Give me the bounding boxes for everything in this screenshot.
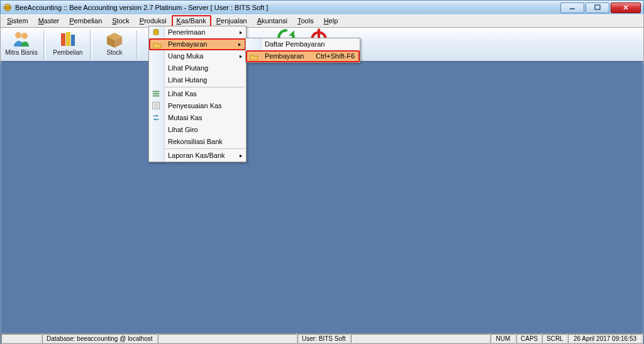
menu-item-uang-muka[interactable]: Uang Muka xyxy=(149,50,246,62)
status-datetime: 26 April 2017 09:16:53 xyxy=(568,334,642,343)
svg-point-3 xyxy=(21,33,28,39)
menu-item-pembayaran[interactable]: Pembayaran xyxy=(149,38,246,50)
sheet-icon xyxy=(152,101,162,111)
menu-item-mutasi-kas[interactable]: Mutasi Kas xyxy=(149,112,246,124)
folder-icon xyxy=(153,41,163,51)
status-spacer xyxy=(351,334,490,343)
submenu-item-daftar-pembayaran[interactable]: Daftar Pembayaran xyxy=(246,38,360,50)
shortcut-label: Ctrl+Shift-F6 xyxy=(316,52,355,61)
minimize-button[interactable] xyxy=(560,3,584,13)
status-caps: CAPS xyxy=(516,334,541,343)
coins-icon xyxy=(152,28,162,38)
menu-master[interactable]: Master xyxy=(33,15,65,27)
submenu-arrow-icon xyxy=(239,150,243,162)
status-spacer xyxy=(158,334,297,343)
toolbar-divider xyxy=(43,30,46,59)
title-bar[interactable]: BeeAccounting :: Bee Accounting version … xyxy=(0,0,644,14)
menu-bar: Sistem Master Pembelian Stock Produksi K… xyxy=(0,14,644,28)
status-bar: Database: beeaccounting @ localhost User… xyxy=(1,333,643,344)
toolbar-divider xyxy=(90,30,92,59)
window-title: BeeAccounting :: Bee Accounting version … xyxy=(15,4,268,11)
folder-icon xyxy=(250,53,260,63)
status-scrl: SCRL xyxy=(542,334,567,343)
svg-rect-1 xyxy=(595,5,600,9)
submenu-item-pembayaran[interactable]: PembayaranCtrl+Shift-F6 xyxy=(246,50,360,62)
status-user: User: BITS Soft xyxy=(297,334,350,343)
menu-separator xyxy=(165,148,245,149)
svg-rect-4 xyxy=(61,33,65,46)
menu-item-penyesuaian-kas[interactable]: Penyesuaian Kas xyxy=(149,100,246,112)
books-icon xyxy=(58,29,78,49)
menu-item-lihat-hutang[interactable]: Lihat Hutang xyxy=(149,74,246,86)
tool-stock[interactable]: Stock xyxy=(94,29,135,60)
menu-item-lihat-giro[interactable]: Lihat Giro xyxy=(149,124,246,136)
menu-item-lihat-piutang[interactable]: Lihat Piutang xyxy=(149,62,246,74)
menu-item-penerimaan-pembayaran[interactable]: Penerimaan Pembayaran xyxy=(149,26,246,38)
svg-rect-6 xyxy=(71,35,75,46)
people-icon xyxy=(11,29,31,49)
workspace xyxy=(1,61,643,334)
menu-pembelian[interactable]: Pembelian xyxy=(64,15,107,27)
menu-help[interactable]: Help xyxy=(319,15,343,27)
menu-item-lihat-kas[interactable]: Lihat Kas xyxy=(149,88,246,100)
menu-item-laporan-kas-bank[interactable]: Laporan Kas/Bank xyxy=(149,150,246,162)
menu-sistem[interactable]: Sistem xyxy=(2,15,33,27)
tool-label: Pembelian xyxy=(53,49,82,56)
status-blank xyxy=(1,334,42,343)
svg-point-10 xyxy=(153,33,159,35)
maximize-button[interactable] xyxy=(586,3,609,13)
tool-label: Mitra Bisnis xyxy=(5,49,38,56)
close-button[interactable] xyxy=(611,3,641,13)
submenu-arrow-icon xyxy=(239,50,243,62)
submenu-pembayaran: Daftar PembayaranPembayaranCtrl+Shift-F6 xyxy=(245,38,360,63)
app-window: BeeAccounting :: Bee Accounting version … xyxy=(0,0,644,344)
submenu-arrow-icon xyxy=(239,26,243,38)
tool-pembelian[interactable]: Pembelian xyxy=(47,29,89,60)
dropdown-kas-bank: Penerimaan PembayaranPembayaranUang Muka… xyxy=(148,26,247,162)
status-num: NUM xyxy=(491,334,516,343)
svg-rect-5 xyxy=(66,32,70,46)
swap-icon xyxy=(152,113,162,123)
menu-stock[interactable]: Stock xyxy=(107,15,135,27)
menu-akuntansi[interactable]: Akuntansi xyxy=(252,15,292,27)
box-icon xyxy=(104,29,125,49)
tool-mitra-bisnis[interactable]: Mitra Bisnis xyxy=(1,29,42,60)
status-database: Database: beeaccounting @ localhost xyxy=(42,334,157,343)
tool-label: Stock xyxy=(106,49,122,56)
submenu-arrow-icon xyxy=(238,40,242,49)
svg-point-2 xyxy=(15,32,21,38)
menu-item-rekonsiliasi-bank[interactable]: Rekonsiliasi Bank xyxy=(149,136,246,148)
toolbar-divider xyxy=(136,30,139,59)
menu-separator xyxy=(165,87,245,87)
app-icon xyxy=(3,3,12,12)
menu-tools[interactable]: Tools xyxy=(292,15,319,27)
lines-icon xyxy=(152,89,162,99)
svg-point-0 xyxy=(4,4,11,11)
